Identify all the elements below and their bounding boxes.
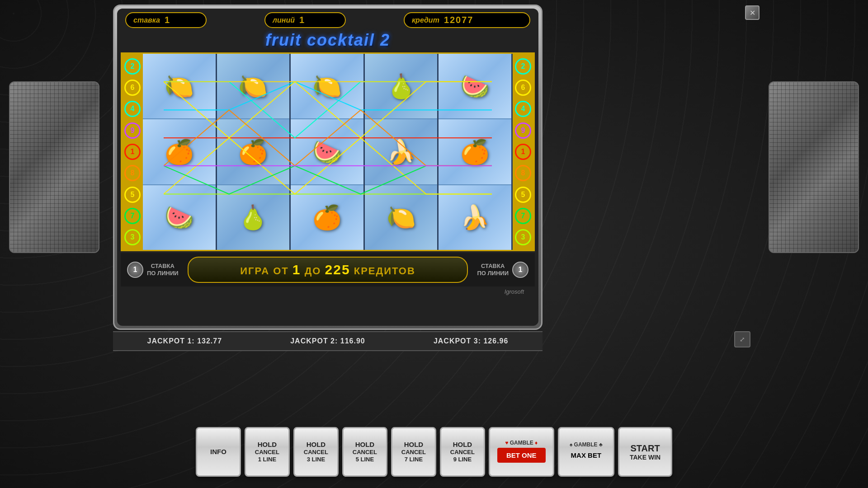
bottom-bar: 1 СТАВКА ПО ЛИНИИ ИГРА ОТ 1 ДО 225 КРЕДИ…	[121, 253, 535, 286]
fruit-3-3: 🍊	[312, 206, 342, 229]
line-num-left-5[interactable]: 5	[124, 187, 141, 203]
hold3-line2: CANCEL	[304, 449, 328, 456]
top-bar: СТАВКА 1 ЛИНИЙ 1 КРЕДИТ 12077	[121, 12, 535, 28]
line-num-left-8[interactable]: 8	[124, 165, 141, 181]
line-num-left-4[interactable]: 4	[124, 101, 141, 117]
line-num-right-4[interactable]: 4	[515, 101, 531, 117]
hold-cancel-3-button[interactable]: HOLD CANCEL 3 LINE	[293, 427, 339, 477]
machine-frame: СТАВКА 1 ЛИНИЙ 1 КРЕДИТ 12077 fruit cock…	[113, 5, 542, 330]
fruit-3-1: 🍋	[312, 75, 342, 98]
igrosoft-logo: Igrosoft	[505, 288, 528, 295]
stavka-label: СТАВКА	[133, 16, 160, 24]
line-num-left-3[interactable]: 3	[124, 229, 141, 245]
line-num-left-6[interactable]: 6	[124, 80, 141, 96]
fruit-5-1: 🍉	[460, 75, 490, 98]
line-num-right-3[interactable]: 3	[515, 229, 531, 245]
reel-4-row-2: 🍌	[365, 119, 438, 185]
linij-label: ЛИНИЙ	[273, 16, 295, 24]
info-message-box: ИГРА ОТ 1 ДО 225 КРЕДИТОВ	[188, 257, 468, 283]
resize-button[interactable]: ⤢	[734, 331, 750, 347]
gamble-bet-one-button[interactable]: ♥ GAMBLE ♦ BET ONE	[489, 427, 554, 477]
bet-right-circle[interactable]: 1	[512, 262, 528, 278]
line-num-right-7[interactable]: 7	[515, 208, 531, 224]
hold1-line2: CANCEL	[255, 449, 279, 456]
jackpot-2: JACKPOT 2: 116.90	[290, 337, 365, 345]
reel-5: 🍉 🍊 🍌	[439, 54, 513, 250]
fruit-2-1: 🍋	[238, 75, 268, 98]
reel-3-row-2: 🍉	[291, 119, 363, 185]
line-num-right-9[interactable]: 9	[515, 122, 531, 139]
bet-left-circle[interactable]: 1	[127, 262, 143, 278]
bet-right-label: СТАВКА ПО ЛИНИИ	[477, 263, 509, 277]
reel-2: 🍋 🍊 🍐	[217, 54, 291, 250]
hold5-line3: 5 LINE	[356, 456, 374, 463]
bet-per-line-right: СТАВКА ПО ЛИНИИ 1	[477, 262, 528, 278]
jackpot-3-label: JACKPOT 3:	[434, 337, 481, 345]
line-num-left-9[interactable]: 9	[124, 122, 141, 139]
reel-5-row-2: 🍊	[439, 119, 511, 185]
game-title: fruit cocktail 2	[121, 31, 535, 50]
hold9-line3: 9 LINE	[453, 456, 472, 463]
fruit-1-1: 🍋	[165, 75, 194, 98]
hold-cancel-7-button[interactable]: HOLD CANCEL 7 LINE	[391, 427, 436, 477]
hold-cancel-1-button[interactable]: HOLD CANCEL 1 LINE	[245, 427, 290, 477]
hold7-line2: CANCEL	[401, 449, 426, 456]
line-numbers-left: 2 6 4 9 1 8 5 7 3	[122, 54, 143, 250]
gamble-max-bet-button[interactable]: ♠ GAMBLE ♣ MAX BET	[558, 427, 615, 477]
gamble2-top: ♠ GAMBLE ♣	[570, 441, 603, 448]
jackpot-1-value: 132.77	[197, 337, 222, 345]
line-num-right-1[interactable]: 1	[515, 144, 531, 160]
line-num-right-6[interactable]: 6	[515, 80, 531, 96]
stavka-value: 1	[165, 15, 170, 25]
reel-2-row-1: 🍋	[217, 54, 290, 119]
bet-left-label: СТАВКА ПО ЛИНИИ	[147, 263, 179, 277]
hold9-line1: HOLD	[453, 441, 472, 449]
line-num-right-5[interactable]: 5	[515, 187, 531, 203]
jackpot-3: JACKPOT 3: 126.96	[434, 337, 509, 345]
reels-grid: 🍋 🍊 🍉 🍋 🍊 🍐 🍋 🍉 🍊	[143, 54, 513, 250]
hold-cancel-9-button[interactable]: HOLD CANCEL 9 LINE	[440, 427, 485, 477]
fruit-2-2: 🍊	[238, 140, 268, 164]
line-numbers-right: 2 6 4 9 1 8 5 7 3	[513, 54, 533, 250]
reel-2-row-2: 🍊	[217, 119, 290, 185]
reels-container: 2 6 4 9 1 8 5 7 3 🍋 🍊 🍉	[121, 52, 535, 251]
fruit-4-3: 🍋	[387, 206, 416, 229]
start-take-win-button[interactable]: START TAKE WIN	[618, 427, 672, 477]
hold1-line3: 1 LINE	[258, 456, 276, 463]
reel-1-row-2: 🍊	[143, 119, 216, 185]
reel-3: 🍋 🍉 🍊	[291, 54, 365, 250]
jackpot-3-value: 126.96	[483, 337, 508, 345]
speaker-left	[9, 81, 99, 253]
info-message-text: ИГРА ОТ 1 ДО 225 КРЕДИТОВ	[207, 262, 449, 277]
reel-1-row-1: 🍋	[143, 54, 216, 119]
jackpot-1: JACKPOT 1: 132.77	[147, 337, 222, 345]
line-num-left-7[interactable]: 7	[124, 208, 141, 224]
speaker-right	[769, 81, 859, 253]
start-label: START	[631, 443, 660, 454]
close-button[interactable]: ✕	[745, 5, 760, 20]
reel-1: 🍋 🍊 🍉	[143, 54, 217, 250]
fruit-4-1: 🍐	[387, 75, 416, 98]
hold-cancel-5-button[interactable]: HOLD CANCEL 5 LINE	[342, 427, 387, 477]
speaker-grid-left	[10, 82, 99, 252]
gamble2-mid: MAX BET	[566, 448, 606, 463]
hold5-line2: CANCEL	[353, 449, 377, 456]
reel-5-row-1: 🍉	[439, 54, 511, 119]
info-button[interactable]: INFO	[196, 427, 241, 477]
line-num-left-2[interactable]: 2	[124, 58, 141, 75]
reel-3-row-1: 🍋	[291, 54, 363, 119]
line-num-left-1[interactable]: 1	[124, 144, 141, 160]
gamble1-mid: BET ONE	[497, 448, 546, 463]
line-num-right-8[interactable]: 8	[515, 165, 531, 181]
reel-4-row-1: 🍐	[365, 54, 438, 119]
linij-value: 1	[299, 15, 305, 25]
bet-per-line-left: 1 СТАВКА ПО ЛИНИИ	[127, 262, 179, 278]
stavka-box: СТАВКА 1	[125, 12, 207, 28]
reel-5-row-3: 🍌	[439, 185, 511, 250]
kredit-value: 12077	[444, 15, 474, 25]
fruit-5-3: 🍌	[460, 206, 490, 229]
line-num-right-2[interactable]: 2	[515, 58, 531, 75]
kredit-box: КРЕДИТ 12077	[404, 12, 530, 28]
fruit-5-2: 🍊	[460, 140, 490, 164]
jackpot-1-label: JACKPOT 1:	[147, 337, 195, 345]
